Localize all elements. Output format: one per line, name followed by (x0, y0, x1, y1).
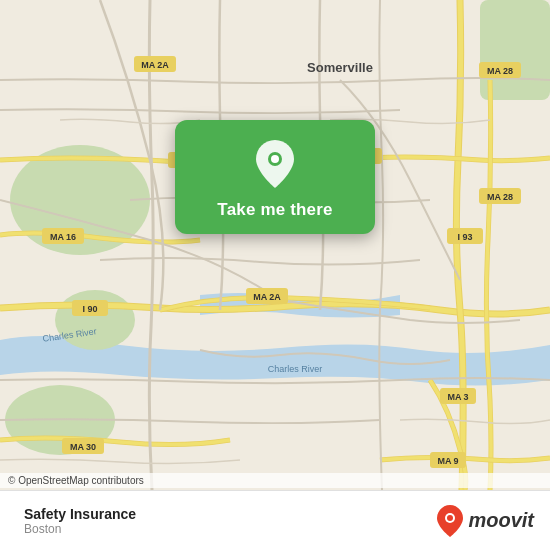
svg-point-33 (271, 155, 279, 163)
svg-text:MA 2A: MA 2A (141, 60, 169, 70)
svg-text:MA 3: MA 3 (447, 392, 468, 402)
map-container: MA 2A MA 2A I 90 MA 2A I 93 MA 28 MA 16 … (0, 0, 550, 490)
svg-point-2 (55, 290, 135, 350)
location-name: Safety Insurance (24, 506, 136, 522)
svg-text:MA 9: MA 9 (437, 456, 458, 466)
bottom-bar: Safety Insurance Boston moovit (0, 490, 550, 550)
svg-text:I 93: I 93 (457, 232, 472, 242)
moovit-text: moovit (468, 509, 534, 532)
svg-text:MA 2A: MA 2A (253, 292, 281, 302)
svg-text:MA 16: MA 16 (50, 232, 76, 242)
svg-point-35 (447, 515, 453, 521)
take-me-there-button[interactable]: Take me there (217, 200, 332, 220)
attribution-row: © OpenStreetMap contributors (0, 473, 550, 488)
svg-text:MA 28: MA 28 (487, 192, 513, 202)
popup-card[interactable]: Take me there (175, 120, 375, 234)
svg-text:Somerville: Somerville (307, 60, 373, 75)
svg-text:Charles River: Charles River (268, 364, 323, 374)
moovit-logo[interactable]: moovit (436, 504, 534, 538)
location-city: Boston (24, 522, 61, 536)
location-info: Safety Insurance Boston (16, 506, 436, 536)
map-background: MA 2A MA 2A I 90 MA 2A I 93 MA 28 MA 16 … (0, 0, 550, 490)
svg-text:MA 28: MA 28 (487, 66, 513, 76)
svg-text:I 90: I 90 (82, 304, 97, 314)
attribution-text: © OpenStreetMap contributors (8, 475, 144, 486)
location-pin-icon (249, 138, 301, 190)
svg-text:MA 30: MA 30 (70, 442, 96, 452)
moovit-pin-icon (436, 504, 464, 538)
